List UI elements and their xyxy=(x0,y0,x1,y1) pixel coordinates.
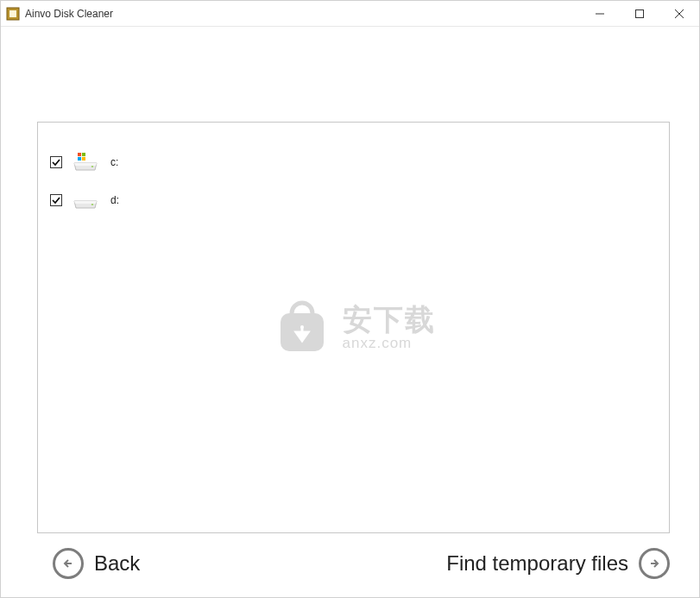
svg-rect-9 xyxy=(78,153,81,156)
find-temporary-files-button[interactable]: Find temporary files xyxy=(446,548,670,579)
drive-checkbox[interactable] xyxy=(50,194,62,206)
drive-icon xyxy=(73,152,98,173)
minimize-button[interactable] xyxy=(580,1,620,26)
svg-marker-14 xyxy=(74,201,97,204)
svg-point-8 xyxy=(91,166,94,167)
svg-point-17 xyxy=(300,325,304,329)
drive-row-c[interactable]: c: xyxy=(50,143,657,181)
svg-marker-7 xyxy=(74,163,97,166)
footer-nav: Back Find temporary files xyxy=(53,542,670,585)
svg-rect-11 xyxy=(78,157,81,161)
arrow-left-icon xyxy=(53,548,84,579)
drive-checkbox[interactable] xyxy=(50,156,62,168)
back-button[interactable]: Back xyxy=(53,548,140,579)
window-title: Ainvo Disk Cleaner xyxy=(25,8,580,20)
back-label: Back xyxy=(94,551,140,576)
close-button[interactable] xyxy=(659,1,699,26)
app-icon xyxy=(6,7,20,21)
drive-label: c: xyxy=(110,156,118,168)
svg-rect-3 xyxy=(636,9,644,17)
drive-row-d[interactable]: d: xyxy=(50,181,657,219)
svg-rect-1 xyxy=(9,10,16,17)
window-controls xyxy=(580,1,699,26)
maximize-button[interactable] xyxy=(620,1,659,26)
drive-selection-panel: c: d: 安下载 anxz.com xyxy=(37,122,670,533)
svg-rect-12 xyxy=(82,157,85,161)
arrow-right-icon xyxy=(639,548,670,579)
watermark-bag-icon xyxy=(272,298,332,358)
next-label: Find temporary files xyxy=(446,551,628,576)
drive-label: d: xyxy=(110,194,119,206)
titlebar: Ainvo Disk Cleaner xyxy=(1,1,699,27)
svg-rect-10 xyxy=(82,153,85,156)
watermark-text-domain: anxz.com xyxy=(343,336,413,350)
svg-point-15 xyxy=(91,204,94,205)
drive-icon xyxy=(73,190,98,211)
svg-rect-16 xyxy=(281,313,324,351)
watermark: 安下载 anxz.com xyxy=(272,298,436,358)
watermark-text-cn: 安下载 xyxy=(343,305,436,334)
drive-list: c: d: xyxy=(38,123,669,240)
